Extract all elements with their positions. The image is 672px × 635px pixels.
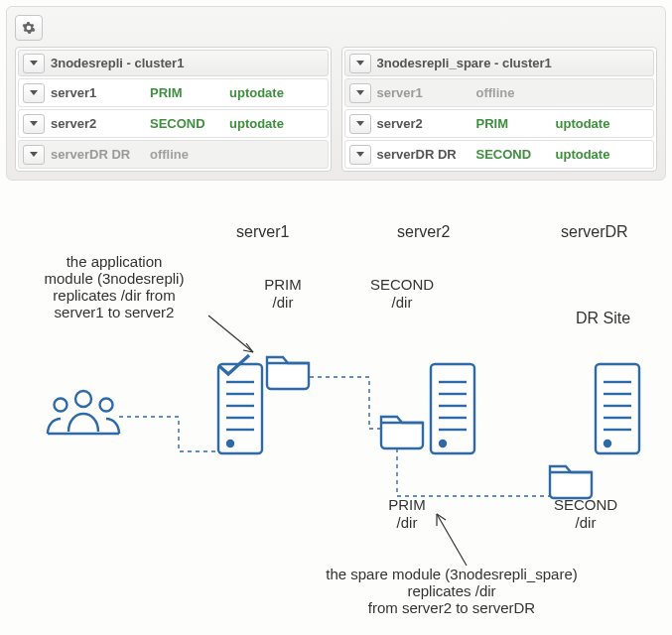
svg-rect-11 bbox=[431, 364, 474, 453]
pair4-label: SECOND /dir bbox=[536, 496, 635, 532]
pair2-label: SECOND /dir bbox=[357, 276, 447, 312]
pair4-dir: /dir bbox=[576, 514, 597, 531]
row-right-0[interactable]: server1 offline bbox=[344, 78, 655, 107]
row-sync: uptodate bbox=[556, 147, 615, 162]
svg-point-0 bbox=[75, 391, 91, 407]
cluster-panel-right: 3nodesrepli_spare - cluster1 server1 off… bbox=[341, 47, 658, 172]
pair2-dir: /dir bbox=[392, 294, 413, 311]
pair4-role: SECOND bbox=[554, 496, 617, 513]
row-name: serverDR DR bbox=[377, 147, 476, 162]
row-name: serverDR DR bbox=[51, 147, 150, 162]
row-sync: uptodate bbox=[556, 116, 615, 131]
chevron-down-icon[interactable] bbox=[23, 145, 45, 165]
row-right-1[interactable]: server2 PRIM uptodate bbox=[344, 109, 655, 138]
cluster-panel-left: 3nodesrepli - cluster1 server1 PRIM upto… bbox=[15, 47, 332, 172]
serverDR-icon bbox=[594, 362, 641, 456]
chevron-down-icon[interactable] bbox=[349, 114, 371, 134]
gear-icon bbox=[22, 21, 36, 35]
server2-icon bbox=[429, 362, 476, 456]
folder-icon bbox=[263, 347, 313, 391]
row-role: SECOND bbox=[476, 147, 556, 162]
svg-point-2 bbox=[100, 399, 113, 412]
chevron-down-icon[interactable] bbox=[349, 54, 371, 73]
chevron-down-icon[interactable] bbox=[349, 83, 371, 103]
row-role: offline bbox=[476, 85, 556, 100]
row-role: PRIM bbox=[150, 85, 229, 100]
chevron-down-icon[interactable] bbox=[23, 83, 45, 103]
row-role: SECOND bbox=[150, 116, 229, 131]
pair1-role: PRIM bbox=[264, 276, 302, 293]
pair1-dir: /dir bbox=[273, 294, 294, 311]
row-name: server2 bbox=[377, 116, 476, 131]
check-icon bbox=[216, 352, 252, 380]
chevron-down-icon[interactable] bbox=[349, 145, 371, 165]
label-dr-site: DR Site bbox=[576, 310, 630, 327]
row-sync: uptodate bbox=[229, 85, 289, 100]
svg-point-10 bbox=[227, 441, 233, 446]
pair3-label: PRIM /dir bbox=[367, 496, 447, 532]
row-role: offline bbox=[150, 147, 229, 162]
svg-point-1 bbox=[55, 399, 67, 412]
cluster-panel-left-header[interactable]: 3nodesrepli - cluster1 bbox=[18, 50, 329, 76]
cluster-panel-left-title: 3nodesrepli - cluster1 bbox=[51, 56, 324, 70]
folder-icon bbox=[377, 407, 427, 450]
pair1-label: PRIM /dir bbox=[248, 276, 318, 312]
label-server2: server2 bbox=[397, 223, 450, 241]
chevron-down-icon[interactable] bbox=[23, 114, 45, 134]
svg-point-24 bbox=[605, 441, 610, 446]
annotation-left: the applicationmodule (3nodesrepli)repli… bbox=[25, 253, 203, 320]
row-left-2[interactable]: serverDR DR offline bbox=[18, 140, 329, 169]
chevron-down-icon[interactable] bbox=[23, 54, 45, 73]
svg-rect-18 bbox=[596, 364, 639, 453]
pair3-dir: /dir bbox=[397, 514, 418, 531]
cluster-panel-right-title: 3nodesrepli_spare - cluster1 bbox=[377, 56, 650, 70]
row-right-2[interactable]: serverDR DR SECOND uptodate bbox=[344, 140, 655, 169]
row-sync: uptodate bbox=[229, 116, 289, 131]
architecture-diagram: server1 server2 serverDR the application… bbox=[0, 198, 672, 635]
folder-icon bbox=[546, 456, 596, 500]
row-name: server1 bbox=[377, 85, 476, 100]
label-serverDR: serverDR bbox=[561, 223, 628, 241]
row-left-0[interactable]: server1 PRIM uptodate bbox=[18, 78, 329, 107]
annotation-bottom: the spare module (3nodesrepli_spare)repl… bbox=[288, 566, 615, 616]
cluster-panel-right-header[interactable]: 3nodesrepli_spare - cluster1 bbox=[344, 50, 655, 76]
console-panel: 3nodesrepli - cluster1 server1 PRIM upto… bbox=[6, 6, 666, 181]
label-server1: server1 bbox=[236, 223, 289, 241]
row-name: server2 bbox=[51, 116, 150, 131]
pair2-role: SECOND bbox=[370, 276, 434, 293]
row-left-1[interactable]: server2 SECOND uptodate bbox=[18, 109, 329, 138]
svg-point-17 bbox=[440, 441, 446, 446]
row-name: server1 bbox=[51, 85, 150, 100]
users-icon bbox=[45, 387, 122, 442]
pair3-role: PRIM bbox=[388, 496, 426, 513]
row-role: PRIM bbox=[476, 116, 556, 131]
settings-gear-button[interactable] bbox=[15, 15, 43, 41]
